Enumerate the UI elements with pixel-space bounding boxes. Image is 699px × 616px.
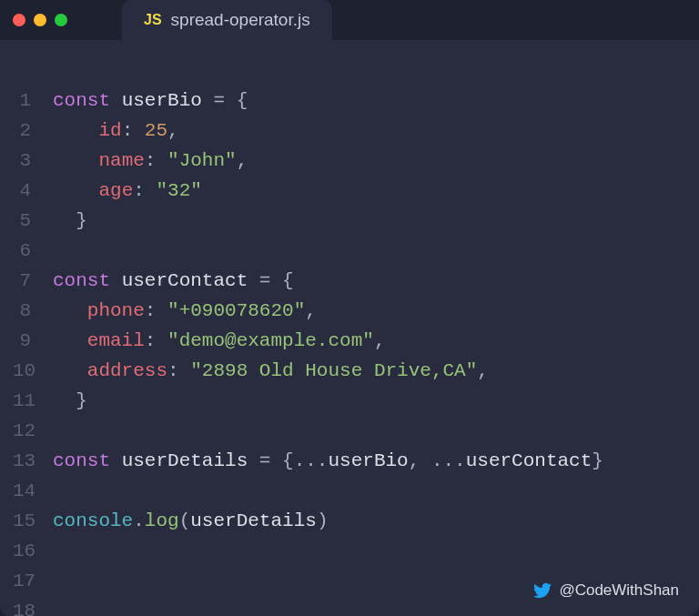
line-content — [53, 536, 65, 566]
line-content: } — [53, 206, 87, 236]
line-number: 5 — [13, 206, 53, 236]
code-line: 11 } — [13, 386, 686, 416]
line-number: 6 — [13, 236, 53, 266]
line-number: 3 — [13, 146, 53, 176]
close-icon[interactable] — [13, 14, 25, 26]
line-content — [53, 566, 65, 596]
line-number: 7 — [13, 266, 53, 296]
line-number: 11 — [13, 386, 53, 416]
code-line: 14 — [13, 476, 686, 506]
window-controls — [13, 14, 67, 26]
line-number: 13 — [13, 446, 53, 476]
code-line: 5 } — [13, 206, 686, 236]
line-content: } — [53, 386, 87, 416]
line-number: 10 — [13, 356, 53, 386]
code-line: 7const userContact = { — [13, 266, 686, 296]
line-content: id: 25, — [53, 116, 179, 146]
line-content: console.log(userDetails) — [53, 506, 328, 536]
js-file-icon: JS — [144, 12, 162, 28]
code-line: 15console.log(userDetails) — [13, 506, 686, 536]
line-content: name: "John", — [53, 146, 248, 176]
twitter-handle: @CodeWithShan — [559, 581, 679, 600]
line-number: 17 — [13, 566, 53, 596]
line-content — [53, 596, 65, 616]
line-content — [53, 416, 65, 446]
line-content: const userDetails = {...userBio, ...user… — [53, 446, 603, 476]
line-number: 1 — [13, 86, 53, 116]
code-line: 16 — [13, 536, 686, 566]
line-content: const userBio = { — [53, 86, 248, 116]
code-line: 12 — [13, 416, 686, 446]
line-number: 16 — [13, 536, 53, 566]
maximize-icon[interactable] — [55, 14, 67, 26]
line-content: email: "demo@example.com", — [53, 326, 386, 356]
code-content: 1const userBio = {2 id: 25,3 name: "John… — [13, 86, 686, 616]
code-line: 4 age: "32" — [13, 176, 686, 206]
attribution: @CodeWithShan — [533, 581, 679, 600]
line-number: 2 — [13, 116, 53, 146]
line-number: 12 — [13, 416, 53, 446]
code-line: 1const userBio = { — [13, 86, 686, 116]
line-content: address: "2898 Old House Drive,CA", — [53, 356, 489, 386]
line-number: 8 — [13, 296, 53, 326]
line-content: const userContact = { — [53, 266, 294, 296]
code-line: 3 name: "John", — [13, 146, 686, 176]
line-content: age: "32" — [53, 176, 202, 206]
twitter-icon — [533, 581, 552, 600]
line-number: 14 — [13, 476, 53, 506]
line-number: 9 — [13, 326, 53, 356]
minimize-icon[interactable] — [34, 14, 46, 26]
tab-filename: spread-operator.js — [171, 10, 310, 30]
code-line: 6 — [13, 236, 686, 266]
line-number: 18 — [13, 596, 53, 616]
titlebar: JS spread-operator.js — [0, 0, 699, 40]
line-content: phone: "+090078620", — [53, 296, 317, 326]
code-line: 8 phone: "+090078620", — [13, 296, 686, 326]
line-number: 4 — [13, 176, 53, 206]
code-line: 9 email: "demo@example.com", — [13, 326, 686, 356]
code-editor[interactable]: 1const userBio = {2 id: 25,3 name: "John… — [0, 40, 699, 616]
code-line: 13const userDetails = {...userBio, ...us… — [13, 446, 686, 476]
file-tab[interactable]: JS spread-operator.js — [122, 0, 332, 40]
line-number: 15 — [13, 506, 53, 536]
code-line: 10 address: "2898 Old House Drive,CA", — [13, 356, 686, 386]
code-line: 2 id: 25, — [13, 116, 686, 146]
line-content — [53, 236, 65, 266]
line-content — [53, 476, 65, 506]
